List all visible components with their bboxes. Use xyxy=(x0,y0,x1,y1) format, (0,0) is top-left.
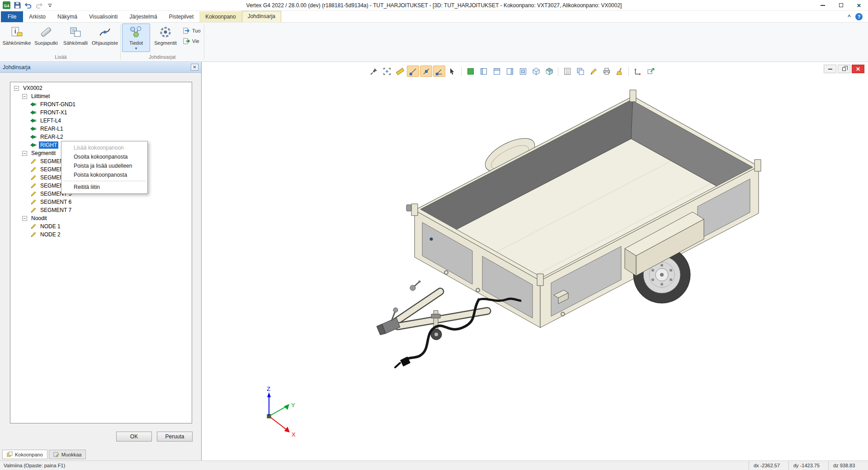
tool-move-axes-button[interactable] xyxy=(632,66,644,77)
button-label: Tuo xyxy=(192,28,201,33)
segmentit-button[interactable]: Segmentit xyxy=(151,24,179,47)
expand-toggle[interactable] xyxy=(22,216,27,221)
tree-item-rear-l2[interactable]: REAR-L2 xyxy=(10,133,192,141)
collapse-ribbon-button[interactable]: ^ xyxy=(848,14,851,20)
qat-dropdown-icon[interactable] xyxy=(46,1,54,9)
tool-material-green-button[interactable] xyxy=(464,66,476,77)
tuo-button[interactable]: Tuo xyxy=(183,27,201,34)
tab-johdinsarja[interactable]: Johdinsarja xyxy=(242,11,281,22)
tool-snap-grid-button[interactable] xyxy=(407,66,419,77)
tab-pistepilvet[interactable]: Pistepilvet xyxy=(163,11,200,22)
pin-icon xyxy=(370,67,378,75)
tree-item-front-x1[interactable]: FRONT-X1 xyxy=(10,108,192,117)
tool-print-button[interactable] xyxy=(600,66,613,77)
cancel-button[interactable]: Peruuta xyxy=(157,432,193,442)
tree-item-node-2[interactable]: NODE 2 xyxy=(10,230,192,239)
quick-access-toolbar: G4 xyxy=(0,1,54,9)
ribbon: iSähkönimikeSuojaputkiSähkömalliOhjauspi… xyxy=(0,23,868,62)
ribbon-tab-bar: FileArkistoNäkymäVisualisointiJärjestelm… xyxy=(1,11,281,22)
ohjauspiste-button[interactable]: Ohjauspiste xyxy=(91,24,119,47)
connector-icon xyxy=(30,142,37,148)
viewport-restore-button[interactable] xyxy=(838,65,850,73)
print-icon xyxy=(603,67,611,75)
tree-item-node-1[interactable]: NODE 1 xyxy=(10,222,192,230)
tree-item-vx0002[interactable]: VX0002 xyxy=(10,84,192,92)
tree-item-rear-l1[interactable]: REAR-L1 xyxy=(10,125,192,133)
panel-close-button[interactable]: ✕ xyxy=(191,64,198,70)
tab-kokoonpano[interactable]: Kokoonpano xyxy=(199,11,241,22)
tree-item-noodit[interactable]: Noodit xyxy=(10,214,192,222)
tab-arkisto[interactable]: Arkisto xyxy=(23,11,52,22)
segments-gear-icon xyxy=(159,26,172,38)
minimize-button[interactable] xyxy=(814,0,832,10)
tool-link-window-button[interactable] xyxy=(645,66,657,77)
tab-n-kym[interactable]: Näkymä xyxy=(52,11,83,22)
app-logo-icon[interactable]: G4 xyxy=(3,1,10,9)
tool-view-left-button[interactable] xyxy=(477,66,490,77)
move-axes-icon xyxy=(634,67,642,75)
pick-cursor-icon xyxy=(448,67,457,75)
menu-item-poista-ja-lis-uudelleen[interactable]: Poista ja lisää uudelleen xyxy=(62,161,147,170)
tree-item-front-gnd1[interactable]: FRONT-GND1 xyxy=(10,100,192,108)
tree-item-label: REAR-L1 xyxy=(39,125,65,132)
tool-measure-ruler-button[interactable] xyxy=(394,66,406,77)
viewport-minimize-button[interactable] xyxy=(824,65,836,73)
tab-file[interactable]: File xyxy=(1,11,23,22)
tiedot-button[interactable]: Tiedot▾ xyxy=(122,24,150,52)
tool-layers-button[interactable] xyxy=(574,66,586,77)
tab-visualisointi[interactable]: Visualisointi xyxy=(83,11,123,22)
tool-pick-cursor-button[interactable] xyxy=(446,66,458,77)
tree-item-segment-6[interactable]: SEGMENT 6 xyxy=(10,198,192,206)
tab-j-rjestelm[interactable]: Järjestelmä xyxy=(123,11,163,22)
tool-view-top-button[interactable] xyxy=(491,66,503,77)
menu-item-reitit-liitin[interactable]: Reititä liitin xyxy=(62,183,147,192)
tool-parts-list-button[interactable] xyxy=(561,66,573,77)
tool-sketch-pen-button[interactable] xyxy=(587,66,599,77)
tree-item-segment-7[interactable]: SEGMENT 7 xyxy=(10,206,192,214)
menu-item-poista-kokoonpanosta[interactable]: Poista kokoonpanosta xyxy=(62,170,147,179)
vie-button[interactable]: Vie xyxy=(183,38,201,45)
main-area: Johdinsarja ✕ VX0002LiittimetFRONT-GND1F… xyxy=(0,62,868,461)
viewport-close-button[interactable]: ✕ xyxy=(852,65,864,73)
expand-toggle[interactable] xyxy=(14,86,19,91)
material-green-icon xyxy=(467,67,475,75)
tool-zoom-region-button[interactable] xyxy=(381,66,393,77)
tool-pin-button[interactable] xyxy=(368,66,380,77)
tool-snap-angle-button[interactable] xyxy=(433,66,445,77)
window-controls: × xyxy=(814,0,868,10)
conduit-icon xyxy=(40,26,52,38)
expand-toggle[interactable] xyxy=(22,94,27,99)
tool-iso-cube-button[interactable] xyxy=(530,66,542,77)
help-button[interactable]: ? xyxy=(855,13,863,20)
ok-button[interactable]: OK xyxy=(116,432,152,442)
close-button[interactable]: × xyxy=(850,0,868,10)
redo-icon[interactable] xyxy=(35,1,43,9)
parts-list-icon xyxy=(563,67,571,75)
viewport-canvas[interactable]: Z Y X ✕ xyxy=(202,62,868,461)
tool-view-right-button[interactable] xyxy=(504,66,516,77)
save-icon[interactable] xyxy=(14,1,21,9)
undo-icon[interactable] xyxy=(24,1,32,9)
panel-tab-kokoonpano[interactable]: Kokoonpano xyxy=(2,450,47,459)
tool-render-cube-button[interactable] xyxy=(543,66,555,77)
toolbar-separator xyxy=(558,67,558,76)
segment-icon xyxy=(30,166,37,173)
toolbar-separator xyxy=(628,67,629,76)
tree-item-left-l4[interactable]: LEFT-L4 xyxy=(10,117,192,125)
tree-item-liittimet[interactable]: Liittimet xyxy=(10,92,192,100)
tool-sweep-button[interactable] xyxy=(613,66,626,77)
panel-tab-muokkaa[interactable]: Muokkaa xyxy=(49,450,86,459)
suojaputki-button[interactable]: Suojaputki xyxy=(32,24,60,47)
s-hk-nimike-button[interactable]: iSähkönimike xyxy=(3,24,31,47)
view-front-icon xyxy=(519,67,527,75)
segment-icon xyxy=(30,174,37,181)
menu-item-osoita-kokoonpanosta[interactable]: Osoita kokoonpanosta xyxy=(62,152,147,161)
tool-snap-axis-button[interactable] xyxy=(420,66,432,77)
status-message: Valmiina (Opaste: paina F1) xyxy=(0,463,65,468)
tool-view-front-button[interactable] xyxy=(517,66,529,77)
s-hk-malli-button[interactable]: Sähkömalli xyxy=(61,24,90,47)
coordinate-cell: dx -2362.57 xyxy=(749,461,788,470)
maximize-button[interactable] xyxy=(832,0,850,10)
expand-toggle[interactable] xyxy=(22,151,27,156)
tree-item-label: NODE 1 xyxy=(39,223,62,230)
